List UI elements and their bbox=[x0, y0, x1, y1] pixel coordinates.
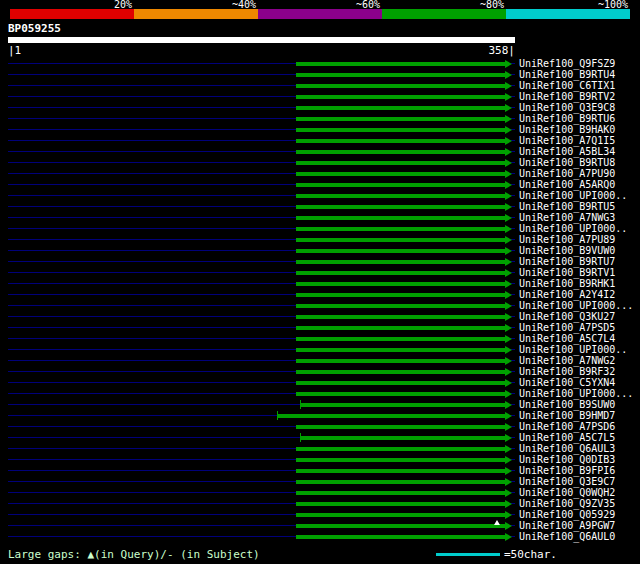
hit-label[interactable]: UniRef100_C6TIX1 bbox=[519, 80, 615, 91]
hit-label[interactable]: UniRef100_A7Q1I5 bbox=[519, 135, 615, 146]
hit-label[interactable]: UniRef100_B9VUW0 bbox=[519, 245, 615, 256]
hit-label[interactable]: UniRef100_Q0DIB3 bbox=[519, 454, 615, 465]
hit-row: UniRef100_UPI000.. bbox=[0, 223, 640, 234]
alignment-bar[interactable] bbox=[296, 227, 505, 231]
alignment-bar[interactable] bbox=[296, 194, 505, 198]
hit-label[interactable]: UniRef100_B9RTV1 bbox=[519, 267, 615, 278]
hit-label[interactable]: UniRef100_A7PU90 bbox=[519, 168, 615, 179]
alignment-bar[interactable] bbox=[296, 326, 505, 330]
hit-label[interactable]: UniRef100_A5C7L4 bbox=[519, 333, 615, 344]
alignment-bar[interactable] bbox=[296, 469, 505, 473]
alignment-arrowhead-icon bbox=[505, 500, 512, 508]
hit-label[interactable]: UniRef100_Q3E9C8 bbox=[519, 102, 615, 113]
hit-label[interactable]: UniRef100_A7NWG2 bbox=[519, 355, 615, 366]
alignment-bar[interactable] bbox=[296, 62, 505, 66]
alignment-bar[interactable] bbox=[296, 238, 505, 242]
alignment-bar[interactable] bbox=[296, 513, 505, 517]
alignment-bar[interactable] bbox=[296, 370, 505, 374]
hit-row: UniRef100_UPI000.. bbox=[0, 344, 640, 355]
hit-label[interactable]: UniRef100_B9SUW0 bbox=[519, 399, 615, 410]
alignment-bar[interactable] bbox=[296, 315, 505, 319]
alignment-bar[interactable] bbox=[296, 480, 505, 484]
hit-label[interactable]: UniRef100_Q9FSZ9 bbox=[519, 58, 615, 69]
alignment-bar[interactable] bbox=[296, 447, 505, 451]
alignment-bar[interactable] bbox=[296, 337, 505, 341]
hit-label[interactable]: UniRef100_B9HMD7 bbox=[519, 410, 615, 421]
hit-label[interactable]: UniRef100_A5C7L5 bbox=[519, 432, 615, 443]
alignment-bar[interactable] bbox=[296, 150, 505, 154]
hit-label[interactable]: UniRef100_B9RTU5 bbox=[519, 201, 615, 212]
hit-label[interactable]: UniRef100_Q3E9C7 bbox=[519, 476, 615, 487]
hit-label[interactable]: UniRef100_A2Y4I2 bbox=[519, 289, 615, 300]
hit-label[interactable]: UniRef100_Q9ZV35 bbox=[519, 498, 615, 509]
hit-label[interactable]: UniRef100_B9RTU8 bbox=[519, 157, 615, 168]
alignment-bar[interactable] bbox=[296, 458, 505, 462]
hit-label[interactable]: UniRef100_Q6AUL0 bbox=[519, 531, 615, 542]
alignment-bar[interactable] bbox=[296, 117, 505, 121]
alignment-bar[interactable] bbox=[300, 436, 505, 440]
alignment-bar[interactable] bbox=[296, 128, 505, 132]
hit-label[interactable]: UniRef100_UPI000.. bbox=[519, 223, 627, 234]
hit-label[interactable]: UniRef100_A7PSD5 bbox=[519, 322, 615, 333]
hit-label[interactable]: UniRef100_UPI000... bbox=[519, 388, 633, 399]
hit-label[interactable]: UniRef100_B9RF32 bbox=[519, 366, 615, 377]
alignment-bar[interactable] bbox=[296, 271, 505, 275]
hit-row: UniRef100_Q0DIB3 bbox=[0, 454, 640, 465]
alignment-bar[interactable] bbox=[296, 392, 505, 396]
alignment-bar[interactable] bbox=[296, 161, 505, 165]
alignment-bar[interactable] bbox=[296, 106, 505, 110]
hit-row: UniRef100_A7NWG2 bbox=[0, 355, 640, 366]
alignment-bar[interactable] bbox=[296, 183, 505, 187]
alignment-bar[interactable] bbox=[296, 491, 505, 495]
alignment-bar[interactable] bbox=[296, 293, 505, 297]
alignment-bar[interactable] bbox=[296, 172, 505, 176]
hit-label[interactable]: UniRef100_B9RTV2 bbox=[519, 91, 615, 102]
alignment-bar[interactable] bbox=[296, 524, 505, 528]
hit-label[interactable]: UniRef100_B9FPI6 bbox=[519, 465, 615, 476]
fifty-char-label: =50char. bbox=[504, 548, 557, 561]
hit-label[interactable]: UniRef100_A7PSD6 bbox=[519, 421, 615, 432]
alignment-bar[interactable] bbox=[296, 95, 505, 99]
alignment-bar[interactable] bbox=[296, 535, 505, 539]
alignment-bar[interactable] bbox=[296, 249, 505, 253]
hit-label[interactable]: UniRef100_Q3KU27 bbox=[519, 311, 615, 322]
alignment-bar[interactable] bbox=[296, 425, 505, 429]
alignment-bar[interactable] bbox=[296, 205, 505, 209]
hit-label[interactable]: UniRef100_A7PU89 bbox=[519, 234, 615, 245]
hit-row: UniRef100_Q6AUL3 bbox=[0, 443, 640, 454]
alignment-bar[interactable] bbox=[296, 84, 505, 88]
alignment-bar[interactable] bbox=[296, 216, 505, 220]
scale-segment bbox=[10, 9, 134, 19]
hit-label[interactable]: UniRef100_UPI000.. bbox=[519, 190, 627, 201]
scale-segment bbox=[134, 9, 258, 19]
hit-label[interactable]: UniRef100_B9RHK1 bbox=[519, 278, 615, 289]
hit-label[interactable]: UniRef100_A5BL34 bbox=[519, 146, 615, 157]
scale-note: =50char. bbox=[436, 548, 557, 561]
alignment-bar[interactable] bbox=[296, 260, 505, 264]
alignment-bar[interactable] bbox=[296, 502, 505, 506]
alignment-bar[interactable] bbox=[296, 73, 505, 77]
hit-label[interactable]: UniRef100_A5ARQ0 bbox=[519, 179, 615, 190]
hit-label[interactable]: UniRef100_B9HAK0 bbox=[519, 124, 615, 135]
hit-label[interactable]: UniRef100_B9RTU4 bbox=[519, 69, 615, 80]
hit-label[interactable]: UniRef100_UPI000... bbox=[519, 300, 633, 311]
alignment-bar[interactable] bbox=[296, 139, 505, 143]
hit-label[interactable]: UniRef100_B9RTU7 bbox=[519, 256, 615, 267]
hit-label[interactable]: UniRef100_Q05929 bbox=[519, 509, 615, 520]
alignment-arrowhead-icon bbox=[505, 159, 512, 167]
hit-label[interactable]: UniRef100_Q6AUL3 bbox=[519, 443, 615, 454]
alignment-bar[interactable] bbox=[300, 403, 505, 407]
hit-label[interactable]: UniRef100_A9PGW7 bbox=[519, 520, 615, 531]
hit-label[interactable]: UniRef100_A7NWG3 bbox=[519, 212, 615, 223]
alignment-bar[interactable] bbox=[277, 414, 505, 418]
hit-label[interactable]: UniRef100_UPI000.. bbox=[519, 344, 627, 355]
hit-label[interactable]: UniRef100_B9RTU6 bbox=[519, 113, 615, 124]
alignment-bar[interactable] bbox=[296, 348, 505, 352]
hit-label[interactable]: UniRef100_Q0WQH2 bbox=[519, 487, 615, 498]
hit-label[interactable]: UniRef100_C5YXN4 bbox=[519, 377, 615, 388]
alignment-bar[interactable] bbox=[296, 359, 505, 363]
alignment-start-tick bbox=[277, 411, 278, 420]
alignment-bar[interactable] bbox=[296, 282, 505, 286]
alignment-bar[interactable] bbox=[296, 381, 505, 385]
alignment-bar[interactable] bbox=[296, 304, 505, 308]
